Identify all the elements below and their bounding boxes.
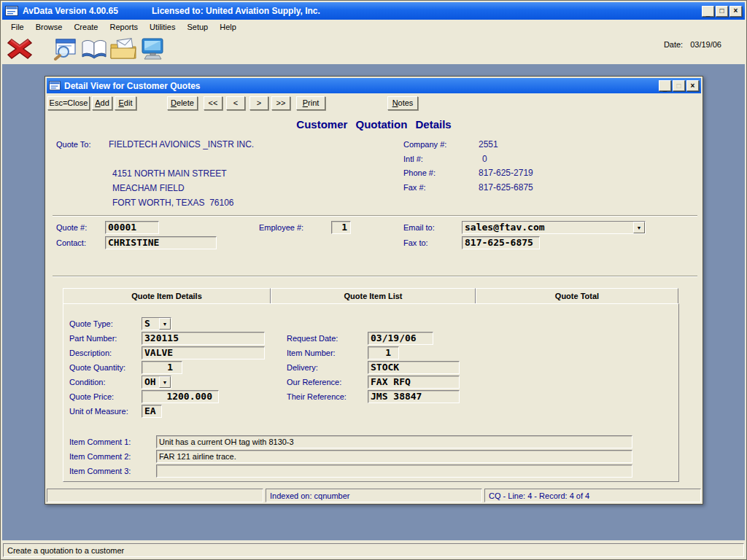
intl-number-value: 0 — [482, 154, 487, 164]
edit-button[interactable]: Edit — [115, 96, 136, 110]
employee-number-field[interactable]: 1 — [331, 221, 351, 234]
desktop-area: Detail View for Customer Quotes _ □ × Es… — [2, 64, 745, 540]
menu-setup[interactable]: Setup — [181, 20, 214, 34]
email-dropdown-arrow-icon[interactable]: ▼ — [633, 222, 645, 233]
app-close-button[interactable]: × — [729, 6, 742, 17]
app-minimize-button[interactable]: _ — [702, 6, 714, 17]
quote-type-arrow-icon[interactable]: ▼ — [159, 318, 171, 330]
add-button[interactable]: Add — [92, 96, 112, 110]
menu-reports[interactable]: Reports — [104, 20, 144, 34]
browse-icon[interactable] — [52, 37, 80, 61]
menu-browse[interactable]: Browse — [30, 20, 69, 34]
quote-to-label: Quote To: — [56, 140, 91, 149]
our-reference-field[interactable]: FAX RFQ — [368, 376, 460, 389]
tab-strip: Quote Item Details Quote Item List Quote… — [63, 288, 678, 304]
quote-maximize-button[interactable]: □ — [673, 80, 685, 91]
delivery-label: Delivery: — [287, 363, 318, 372]
date-label: Date: — [664, 40, 683, 49]
quote-type-select[interactable]: S ▼ — [142, 317, 171, 330]
quote-item-details-panel: Quote Type: S ▼ Part Number: 320115 Desc… — [63, 303, 679, 482]
last-record-button[interactable]: >> — [271, 96, 290, 110]
condition-select[interactable]: OH ▼ — [142, 376, 171, 389]
condition-arrow-icon[interactable]: ▼ — [159, 376, 171, 388]
quote-quantity-field[interactable]: 1 — [142, 361, 182, 374]
menu-help[interactable]: Help — [214, 20, 242, 34]
date-display: Date:03/19/06 — [664, 40, 721, 49]
quote-type-label: Quote Type: — [69, 319, 113, 328]
next-record-button[interactable]: > — [249, 96, 268, 110]
fax-to-field[interactable]: 817-625-6875 — [462, 236, 540, 249]
menu-utilities[interactable]: Utilities — [144, 20, 181, 34]
delete-button[interactable]: Delete — [167, 96, 198, 110]
intl-number-label: Intl #: — [403, 155, 423, 163]
company-number-value: 2551 — [479, 139, 498, 149]
item-comment-3-field[interactable] — [156, 464, 632, 478]
quote-window-title: Detail View for Customer Quotes — [64, 81, 201, 91]
prev-record-button[interactable]: < — [226, 96, 245, 110]
description-field[interactable]: VALVE — [142, 346, 265, 359]
menu-create[interactable]: Create — [68, 20, 104, 34]
status-panel-empty — [47, 489, 263, 502]
email-to-value[interactable]: sales@ftav.com — [462, 222, 633, 233]
request-date-field[interactable]: 03/19/06 — [368, 332, 433, 345]
esc-close-button[interactable]: Esc=Close — [47, 96, 90, 110]
date-value: 03/19/06 — [690, 40, 721, 49]
item-comment-1-field[interactable]: Unit has a current OH tag with 8130-3 — [156, 435, 632, 448]
their-reference-field[interactable]: JMS 38847 — [368, 390, 460, 403]
contact-field[interactable]: CHRISTINE — [105, 236, 217, 249]
exit-icon[interactable] — [7, 37, 33, 61]
quote-window-icon — [49, 81, 61, 90]
fax-number-label: Fax #: — [403, 183, 426, 192]
mail-icon[interactable] — [109, 37, 138, 61]
item-number-label: Item Number: — [287, 349, 336, 357]
phone-number-value: 817-625-2719 — [479, 168, 533, 178]
quote-number-field[interactable]: 00001 — [105, 221, 159, 234]
quote-close-button[interactable]: × — [686, 80, 699, 91]
quote-price-label: Quote Price: — [69, 392, 114, 401]
item-comment-2-label: Item Comment 2: — [69, 452, 131, 461]
notes-button[interactable]: Notes — [387, 96, 418, 110]
part-number-field[interactable]: 320115 — [142, 332, 265, 345]
condition-value[interactable]: OH — [142, 376, 159, 388]
quote-minimize-button[interactable]: _ — [659, 80, 671, 91]
menu-bar: File Browse Create Reports Utilities Set… — [2, 20, 745, 34]
computer-icon[interactable] — [138, 37, 167, 61]
quote-price-field[interactable]: 1200.000 — [142, 390, 219, 403]
customer-name: FIELDTECH AVIONICS _INSTR INC. — [109, 139, 254, 149]
tab-quote-total[interactable]: Quote Total — [476, 288, 678, 304]
menu-file[interactable]: File — [5, 20, 30, 34]
app-icon — [5, 6, 18, 16]
book-icon[interactable] — [80, 37, 109, 61]
quote-status-bar: Indexed on: cqnumber CQ - Line: 4 - Reco… — [47, 487, 701, 502]
quote-window-title-bar: Detail View for Customer Quotes _ □ × — [47, 78, 701, 93]
email-to-label: Email to: — [403, 223, 435, 232]
item-comment-1-label: Item Comment 1: — [69, 438, 131, 446]
company-number-label: Company #: — [403, 140, 446, 149]
request-date-label: Request Date: — [287, 334, 338, 343]
app-title-bar: AvData Version 4.00.65 Licensed to: Unit… — [2, 2, 745, 20]
status-indexed-on: Indexed on: cqnumber — [266, 489, 482, 502]
quote-type-value[interactable]: S — [142, 318, 159, 330]
unit-of-measure-field[interactable]: EA — [142, 405, 162, 418]
delivery-field[interactable]: STOCK — [368, 361, 460, 374]
tab-quote-item-details[interactable]: Quote Item Details — [63, 288, 271, 304]
employee-number-label: Employee #: — [259, 223, 303, 232]
application-window: AvData Version 4.00.65 Licensed to: Unit… — [0, 0, 747, 560]
app-status-bar: Create a quotation to a customer — [2, 540, 745, 558]
tab-quote-item-list[interactable]: Quote Item List — [271, 288, 476, 304]
first-record-button[interactable]: << — [204, 96, 222, 110]
item-number-field[interactable]: 1 — [368, 346, 399, 359]
app-title: AvData Version 4.00.65 — [23, 6, 118, 16]
contact-label: Contact: — [56, 238, 86, 247]
item-comment-2-field[interactable]: FAR 121 airline trace. — [156, 450, 632, 463]
quote-number-label: Quote #: — [56, 223, 87, 232]
print-button[interactable]: Print — [296, 96, 325, 110]
separator-line — [53, 215, 697, 217]
quote-quantity-label: Quote Quantity: — [69, 363, 125, 372]
app-maximize-button[interactable]: □ — [716, 6, 728, 17]
condition-label: Condition: — [69, 378, 106, 386]
customer-address-1: 4151 NORTH MAIN STREET — [112, 168, 226, 179]
page-title: Customer Quotation Details — [47, 118, 701, 131]
phone-number-label: Phone #: — [403, 168, 436, 177]
email-to-combobox[interactable]: sales@ftav.com ▼ — [462, 221, 646, 234]
